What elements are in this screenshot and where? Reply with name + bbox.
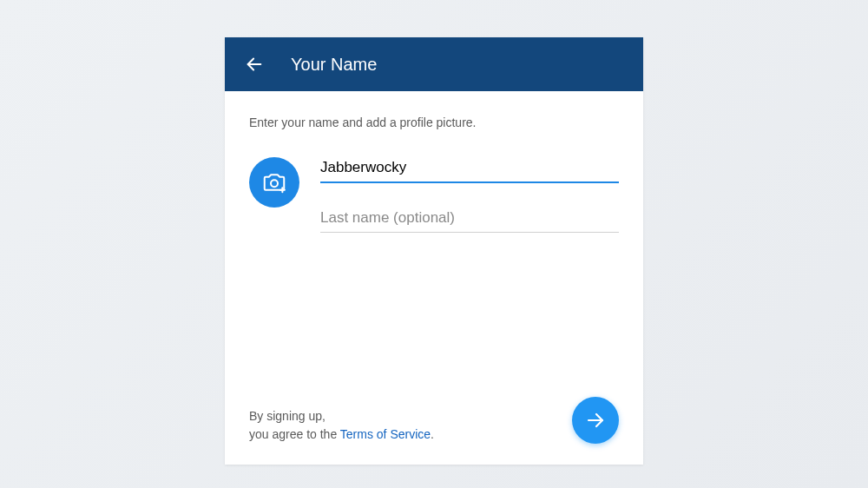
instruction-text: Enter your name and add a profile pictur… (249, 115, 619, 129)
first-name-input[interactable] (320, 154, 619, 183)
arrow-left-icon (245, 55, 264, 74)
terms-text: By signing up, you agree to the Terms of… (249, 407, 434, 444)
name-fields (320, 154, 619, 233)
next-button[interactable] (572, 397, 619, 444)
terms-of-service-link[interactable]: Terms of Service (340, 427, 431, 441)
page-title: Your Name (291, 55, 377, 75)
terms-line2-prefix: you agree to the (249, 427, 340, 441)
form-row (249, 154, 619, 233)
back-button[interactable] (244, 54, 265, 75)
terms-line1: By signing up, (249, 409, 326, 423)
camera-add-icon (261, 169, 287, 195)
last-name-input[interactable] (320, 204, 619, 233)
terms-line2-suffix: . (431, 427, 434, 441)
arrow-right-icon (585, 410, 606, 431)
svg-point-1 (271, 180, 278, 187)
header-bar: Your Name (225, 37, 643, 91)
content-area: Enter your name and add a profile pictur… (225, 91, 643, 465)
profile-setup-card: Your Name Enter your name and add a prof… (225, 37, 643, 465)
footer-row: By signing up, you agree to the Terms of… (249, 397, 619, 444)
add-photo-button[interactable] (249, 157, 299, 208)
